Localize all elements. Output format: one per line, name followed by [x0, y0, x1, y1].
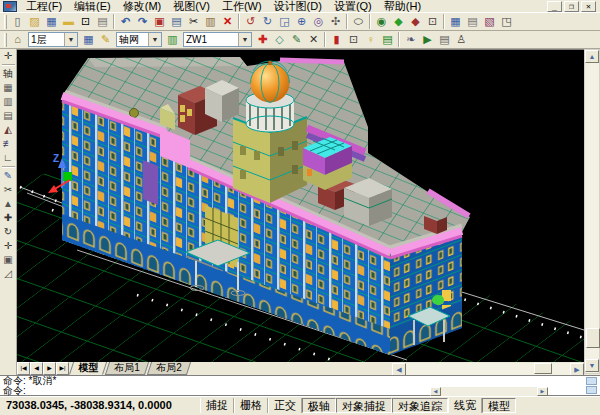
zoom-dyn-icon[interactable]: ◎	[310, 14, 327, 29]
props-icon[interactable]: ▤	[436, 32, 453, 47]
tab-布局2[interactable]: 布局2	[146, 362, 190, 375]
group-combo[interactable]: 轴网▼	[116, 32, 162, 47]
slope-icon[interactable]: ◿	[1, 267, 16, 281]
chevron-down-icon[interactable]: ▼	[148, 33, 161, 46]
play-icon[interactable]: ▶	[419, 32, 436, 47]
zoom-sel-icon[interactable]: ⊡	[345, 32, 362, 47]
scroll-down-icon[interactable]: ▼	[585, 359, 599, 372]
undo-icon[interactable]: ↶	[117, 14, 134, 29]
menu-8[interactable]: 帮助(H)	[378, 0, 427, 13]
close-x-icon[interactable]: ✕	[305, 32, 322, 47]
scroll-thumb[interactable]	[534, 363, 552, 374]
zoom-prev-icon[interactable]: ↺	[242, 14, 259, 29]
menu-1[interactable]: 工程(F)	[20, 0, 68, 13]
menu-2[interactable]: 编辑(E)	[68, 0, 117, 13]
drawing-viewport[interactable]: Z	[17, 49, 584, 362]
menu-4[interactable]: 视图(V)	[167, 0, 216, 13]
user-gear-icon[interactable]: ♙	[453, 32, 470, 47]
zoom-win-icon[interactable]: ◲	[276, 14, 293, 29]
tab-next-button[interactable]: ▶	[43, 362, 56, 375]
tab-prev-button[interactable]: ◀	[30, 362, 43, 375]
menu-7[interactable]: 设置(Q)	[328, 0, 378, 13]
zoom-frame-icon[interactable]: ⊡	[424, 14, 441, 29]
toggle-栅格[interactable]: 栅格	[234, 398, 268, 413]
book-icon[interactable]: ▧	[481, 14, 498, 29]
pen-icon[interactable]: ✎	[1, 169, 16, 183]
toolbar-grip[interactable]	[4, 15, 7, 29]
triangle-icon[interactable]: ▲	[1, 197, 16, 211]
delete-icon[interactable]: ✕	[219, 14, 236, 29]
close-button[interactable]: ✕	[581, 1, 596, 12]
floor-combo[interactable]: 1层▼	[28, 32, 78, 47]
green-book-icon[interactable]: ▥	[164, 32, 181, 47]
menu-6[interactable]: 设计图(D)	[268, 0, 328, 13]
tab-last-button[interactable]: ▶|	[56, 362, 69, 375]
select-point-icon[interactable]: ✛	[1, 49, 16, 63]
zoom-real-icon[interactable]: ↻	[259, 14, 276, 29]
scroll-up-icon[interactable]: ▲	[585, 50, 599, 63]
toggle-对象捕捉[interactable]: 对象捕捉	[336, 398, 392, 413]
vertical-scrollbar[interactable]: ▲ ▼	[584, 49, 600, 374]
scroll-right-icon[interactable]: ▶	[537, 387, 548, 396]
move-icon[interactable]: ✚	[1, 211, 16, 225]
new-icon[interactable]: ▯	[9, 14, 26, 29]
disk-edit-icon[interactable]: ▦	[80, 32, 97, 47]
ellipse-icon[interactable]: ⬭	[350, 14, 367, 29]
cut-icon[interactable]: ✂	[185, 14, 202, 29]
pan-icon[interactable]: ✣	[327, 14, 344, 29]
add-red-icon[interactable]: ✚	[254, 32, 271, 47]
toggle-线宽[interactable]: 线宽	[448, 398, 482, 413]
folder-icon[interactable]: ▬	[60, 14, 77, 29]
shield-icon[interactable]: ◇	[271, 32, 288, 47]
toggle-捕捉[interactable]: 捕捉	[200, 398, 234, 413]
plotter-icon[interactable]: ▤	[464, 14, 481, 29]
print-icon[interactable]: ▤	[94, 14, 111, 29]
render-a-icon[interactable]: ◆	[390, 14, 407, 29]
lock-red-icon[interactable]: ▮	[328, 32, 345, 47]
render-b-icon[interactable]: ◆	[407, 14, 424, 29]
toggle-极轴[interactable]: 极轴	[302, 398, 336, 413]
axis-icon[interactable]: 轴	[1, 67, 16, 81]
rotate-icon[interactable]: ↻	[1, 225, 16, 239]
calc-icon[interactable]: ▦	[447, 14, 464, 29]
bulb-icon[interactable]: ♀	[362, 32, 379, 47]
paste-red-icon[interactable]: ▣	[151, 14, 168, 29]
save-icon[interactable]: ▦	[43, 14, 60, 29]
grid-dense-icon[interactable]: ▦	[1, 81, 16, 95]
command-area[interactable]: 命令: *取消* 命令: ◀ ▶	[0, 375, 600, 396]
grid-wide-icon[interactable]: ▤	[1, 109, 16, 123]
zoom-ext-icon[interactable]: ⊕	[293, 14, 310, 29]
scroll-left-icon[interactable]: ◀	[430, 387, 441, 396]
minimize-button[interactable]: _	[547, 1, 562, 12]
column-icon[interactable]: ≢	[1, 137, 16, 151]
redo-icon[interactable]: ↷	[134, 14, 151, 29]
offset-icon[interactable]: ✛	[1, 239, 16, 253]
corner-icon[interactable]: ∟	[1, 151, 16, 165]
sketch-icon[interactable]: ✎	[288, 32, 305, 47]
home-icon[interactable]: ⌂	[9, 32, 26, 47]
chevron-down-icon[interactable]: ▼	[238, 33, 251, 46]
open-icon[interactable]: ▨	[26, 14, 43, 29]
region-icon[interactable]: ▣	[1, 253, 16, 267]
restore-button[interactable]: ❐	[564, 1, 579, 12]
horizontal-scrollbar[interactable]: ◀ ▶	[392, 363, 584, 375]
coins-icon[interactable]: ▤	[379, 32, 396, 47]
eye-icon[interactable]: ◉	[373, 14, 390, 29]
erase-icon[interactable]: ✂	[1, 183, 16, 197]
scroll-thumb[interactable]	[586, 328, 600, 348]
chevron-down-icon[interactable]: ▼	[64, 33, 77, 46]
menu-3[interactable]: 修改(M)	[117, 0, 168, 13]
copy-icon[interactable]: ▤	[168, 14, 185, 29]
menu-5[interactable]: 工作(W)	[216, 0, 268, 13]
print-preview-icon[interactable]: ⊡	[77, 14, 94, 29]
tab-布局1[interactable]: 布局1	[105, 362, 149, 375]
exit-icon[interactable]: ◳	[498, 14, 515, 29]
command-scrollbar[interactable]	[586, 377, 597, 395]
command-h-scrollbar[interactable]: ◀ ▶	[430, 387, 548, 396]
paste-icon[interactable]: ▥	[202, 14, 219, 29]
toggle-模型[interactable]: 模型	[482, 398, 516, 413]
brush-icon[interactable]: ✎	[97, 32, 114, 47]
fill-dark-icon[interactable]: ◭	[1, 123, 16, 137]
toggle-正交[interactable]: 正交	[268, 398, 302, 413]
grid-mid-icon[interactable]: ▥	[1, 95, 16, 109]
